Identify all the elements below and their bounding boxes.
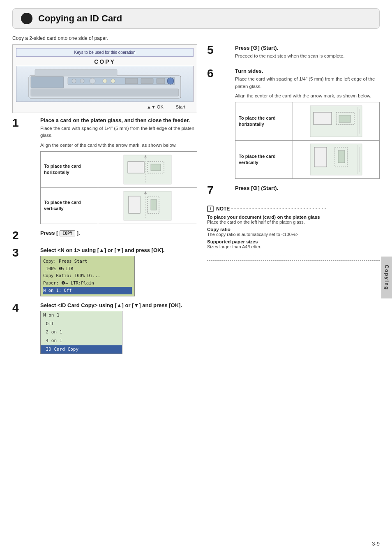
note-item-1: Copy ratio The copy ratio is automatical… xyxy=(207,227,380,237)
header-circle-icon xyxy=(21,13,32,24)
svg-rect-13 xyxy=(35,69,117,76)
step-4-num: 4 xyxy=(12,302,25,314)
step-1-body2: Align the center of the card with the ar… xyxy=(40,142,197,149)
note-bottom-dashes: - - - - - - - - - - - - - - - - - - - - … xyxy=(207,252,380,257)
intro-text: Copy a 2-sided card onto one side of pap… xyxy=(12,35,380,41)
step-2-num: 2 xyxy=(12,230,25,241)
horizontal-right-svg xyxy=(309,105,363,138)
note-label: NOTE xyxy=(216,206,230,212)
card-horizontal-diagram xyxy=(98,152,197,187)
card-row-horizontal-right: To place the card horizontally xyxy=(235,102,379,141)
horizontal-diagram-svg xyxy=(123,154,172,185)
step-1-body1: Place the card with spacing of 1/4" (5 m… xyxy=(40,125,197,139)
note-header: i NOTE - - - - - - - - - - - - - - - - -… xyxy=(207,206,380,212)
svg-point-4 xyxy=(80,79,84,83)
svg-rect-35 xyxy=(338,150,345,163)
machine-diagram xyxy=(16,66,194,102)
note-box: i NOTE - - - - - - - - - - - - - - - - -… xyxy=(207,202,380,261)
copy-key-button: COPY xyxy=(60,230,75,236)
step-1-title: Place a card on the platen glass, and th… xyxy=(40,117,197,123)
svg-rect-23 xyxy=(151,199,157,210)
step-2-suffix: ]. xyxy=(77,230,80,236)
step-7: 7 Press [⊙] (Start). xyxy=(207,185,380,196)
note-item-0: To place your document (card) on the pla… xyxy=(207,215,380,224)
svg-point-7 xyxy=(111,79,115,83)
card-diagrams-right: To place the card horizontally xyxy=(235,102,380,179)
menu-row-2: 2 on 1 xyxy=(41,328,122,337)
step-6-body1: Place the card with spacing of 1/4" (5 m… xyxy=(235,76,380,90)
card-row-vertical-right: To place the card vertically xyxy=(235,141,379,178)
step-6: 6 Turn sides. Place the card with spacin… xyxy=(207,68,380,179)
vertical-right-svg xyxy=(309,143,363,176)
page-title: Copying an ID Card xyxy=(38,13,122,24)
note-item-1-title: Copy ratio xyxy=(207,227,380,232)
step-6-content: Turn sides. Place the card with spacing … xyxy=(235,68,380,179)
svg-rect-29 xyxy=(339,115,350,123)
svg-rect-15 xyxy=(128,162,144,173)
card-vertical-diagram-right xyxy=(293,141,379,178)
svg-rect-10 xyxy=(157,78,165,84)
page-header: Copying an ID Card xyxy=(12,8,380,29)
lcd-row-0: Copy: Press Start xyxy=(43,258,132,265)
vertical-diagram-svg xyxy=(123,190,172,221)
svg-point-11 xyxy=(167,78,174,84)
copy-label: COPY xyxy=(16,58,194,65)
right-column: 5 Press [⊙] (Start). Proceed to the next… xyxy=(207,44,380,360)
svg-rect-21 xyxy=(129,196,140,213)
step-4: 4 Select <ID Card Copy> using [▲] or [▼]… xyxy=(12,302,197,354)
machine-buttons: ▲▼ OK Start xyxy=(16,103,194,109)
card-horizontal-label: To place the card horizontally xyxy=(41,152,98,187)
step-2: 2 Press [ COPY ]. xyxy=(12,230,197,241)
svg-rect-27 xyxy=(314,112,332,125)
menu-row-0: N on 1 xyxy=(41,311,122,320)
svg-rect-17 xyxy=(151,164,161,171)
lcd-row-1: 100% ❶←LTR xyxy=(43,265,132,273)
step-5: 5 Press [⊙] (Start). Proceed to the next… xyxy=(207,44,380,62)
step-2-prefix: Press [ xyxy=(40,230,58,236)
card-row-vertical: To place the card vertically xyxy=(41,188,197,224)
menu-row-3: 4 on 1 xyxy=(41,337,122,345)
lcd-row-2: Copy Ratio: 100% Di... xyxy=(43,272,132,280)
step-2-title: Press [ COPY ]. xyxy=(40,230,80,236)
card-horizontal-label-right: To place the card horizontally xyxy=(235,102,293,140)
menu-row-1: Off xyxy=(41,320,122,328)
note-item-2-title: Supported paper sizes xyxy=(207,239,380,244)
start-label: Start xyxy=(176,104,185,109)
step-7-title: Press [⊙] (Start). xyxy=(235,185,278,191)
step-4-content: Select <ID Card Copy> using [▲] or [▼] a… xyxy=(40,302,182,354)
note-item-2: Supported paper sizes Sizes larger than … xyxy=(207,239,380,249)
card-vertical-diagram xyxy=(98,188,197,224)
note-item-1-body: The copy ratio is automatically set to <… xyxy=(207,232,380,237)
step-7-num: 7 xyxy=(207,185,220,196)
note-item-0-body: Place the card on the left half of the p… xyxy=(207,220,380,224)
step-6-title: Turn sides. xyxy=(235,68,380,74)
step-3-content: Select <N on 1> using [▲] or [▼] and pre… xyxy=(40,247,164,296)
svg-rect-8 xyxy=(125,78,138,84)
step-1: 1 Place a card on the platen glass, and … xyxy=(12,117,197,224)
card-row-horizontal: To place the card horizontally xyxy=(41,152,197,188)
svg-rect-1 xyxy=(31,76,64,88)
step-4-title: Select <ID Card Copy> using [▲] or [▼] a… xyxy=(40,302,182,308)
step-2-content: Press [ COPY ]. xyxy=(40,230,80,238)
step-5-content: Press [⊙] (Start). Proceed to the next s… xyxy=(235,44,345,62)
side-tab: Copying xyxy=(381,257,392,298)
menu-row-4: ID Card Copy xyxy=(41,345,122,354)
start-icon-7: ⊙ xyxy=(253,185,258,191)
step-6-num: 6 xyxy=(207,68,220,79)
start-icon-5: ⊙ xyxy=(253,44,258,51)
svg-point-3 xyxy=(72,79,76,83)
note-item-2-body: Sizes larger than A4/Letter. xyxy=(207,244,380,249)
left-column: Keys to be used for this operation COPY xyxy=(12,44,197,360)
card-horizontal-diagram-right xyxy=(293,102,379,140)
step-3-num: 3 xyxy=(12,247,25,259)
step-7-content: Press [⊙] (Start). xyxy=(235,185,278,193)
note-icon: i xyxy=(207,206,214,212)
svg-point-5 xyxy=(90,78,95,84)
svg-rect-9 xyxy=(141,78,153,84)
lcd-display: Copy: Press Start 100% ❶←LTR Copy Ratio:… xyxy=(40,256,135,296)
step-5-title: Press [⊙] (Start). xyxy=(235,44,345,51)
machine-box: Keys to be used for this operation COPY xyxy=(12,44,197,113)
lcd-row-4: N on 1: Off xyxy=(43,287,132,294)
svg-rect-12 xyxy=(31,89,179,96)
step-3: 3 Select <N on 1> using [▲] or [▼] and p… xyxy=(12,247,197,296)
